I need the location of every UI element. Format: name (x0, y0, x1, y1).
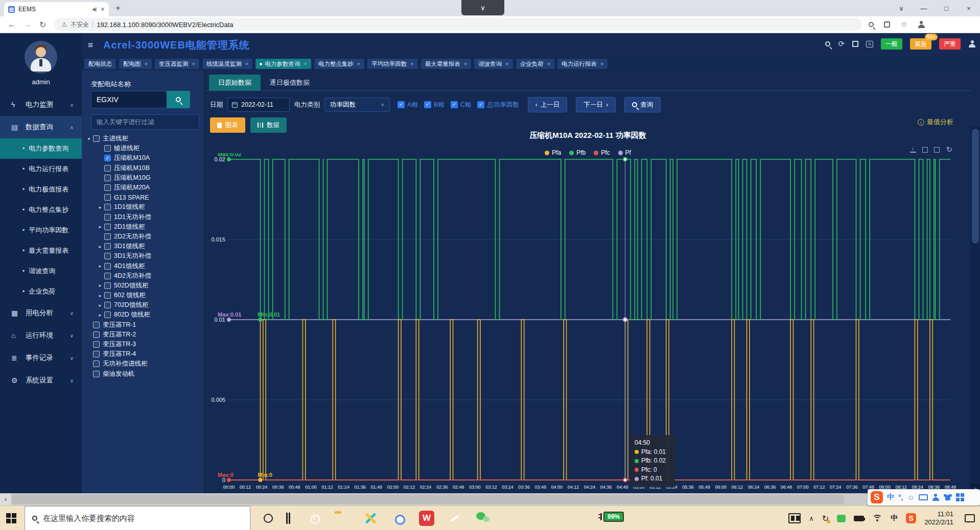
tree-checkbox[interactable]: ✓ (104, 155, 111, 161)
next-day-button[interactable]: 下一日› (576, 97, 616, 112)
network-icon[interactable] (872, 515, 882, 522)
start-button[interactable] (6, 513, 16, 523)
date-picker[interactable]: 2022-02-11 (227, 98, 290, 112)
tab-audio-icon[interactable]: ◀) (92, 7, 97, 12)
tree-node[interactable]: 辅进线柜 (82, 143, 204, 153)
close-tab-icon[interactable]: × (410, 61, 413, 67)
tree-node[interactable]: ▸502D馈线柜 (82, 281, 204, 291)
refresh-icon[interactable]: ⟳ (838, 39, 845, 49)
notification-center-icon[interactable] (965, 514, 975, 522)
max-analysis-link[interactable]: i 最值分析 (918, 117, 953, 127)
page-tab[interactable]: 企业负荷× (516, 59, 554, 69)
wechat-tray-icon[interactable] (837, 515, 846, 522)
tree-node[interactable]: 变压器TR-2 (82, 330, 204, 340)
forward-icon[interactable]: → (24, 20, 32, 29)
alert-normal-button[interactable]: 一般 (881, 38, 902, 50)
sidebar-item[interactable]: •最大需量报表 (0, 240, 82, 261)
tree-node[interactable]: ▸3D1馈线柜 (82, 242, 204, 251)
taskbar-search-box[interactable]: 在这里输入你要搜索的内容 (25, 506, 250, 530)
wps-icon[interactable]: W (419, 511, 434, 526)
vertical-scrollbar[interactable] (971, 127, 980, 493)
expand-arrow-icon[interactable]: ▸ (97, 283, 103, 288)
browser-profile-icon[interactable] (918, 21, 925, 29)
station-search-input[interactable] (91, 91, 167, 108)
horizontal-scrollbar[interactable]: ‹ (0, 493, 980, 505)
fullscreen-icon[interactable] (852, 41, 858, 47)
page-tab[interactable]: 最大需量报表× (421, 59, 471, 69)
sidebar-item[interactable]: •谐波查询 (0, 261, 82, 281)
ime-mode-icon[interactable]: 中 (891, 514, 898, 523)
tree-checkbox[interactable] (104, 145, 111, 152)
sidebar-menu-item[interactable]: ≣事件记录∨ (0, 347, 82, 369)
expand-arrow-icon[interactable]: ▸ (97, 312, 103, 318)
reload-icon[interactable]: ↻ (39, 20, 46, 30)
page-tab[interactable]: 谐波查询× (474, 59, 512, 69)
tree-checkbox[interactable] (93, 341, 100, 348)
tree-checkbox[interactable] (104, 224, 111, 230)
expand-arrow-icon[interactable]: ▸ (97, 244, 103, 249)
tree-filter-input[interactable] (91, 114, 199, 130)
tree-node[interactable]: 压缩机M20A (82, 183, 204, 192)
horizontal-scrollbar-thumb[interactable] (11, 495, 844, 504)
news-widget-icon[interactable] (788, 513, 801, 523)
tree-node[interactable]: ▸702D馈线柜 (82, 300, 204, 310)
close-tab-icon[interactable]: × (505, 61, 508, 67)
tree-node[interactable]: 变压器TR-1 (82, 320, 204, 330)
new-tab-button[interactable]: + (115, 3, 121, 13)
close-tab-icon[interactable]: × (547, 61, 550, 67)
sidebar-menu-item[interactable]: ϟ电力监测∨ (0, 93, 82, 116)
address-field[interactable]: ⚠ 不安全 192.168.1.100:8090/3000WEBV2/Elect… (54, 18, 861, 31)
tree-checkbox[interactable] (93, 331, 100, 338)
tree-node[interactable]: 压缩机M10B (82, 163, 204, 173)
tree-checkbox[interactable] (104, 175, 111, 181)
page-tab[interactable]: 电力参数查询× (255, 59, 311, 69)
ime-chinese-mode-icon[interactable]: 中 (887, 493, 894, 502)
sidebar-item[interactable]: •电力参数查询 (0, 138, 82, 159)
taskbar-clock[interactable]: 11:01 2022/2/11 (924, 510, 953, 526)
phase-checkbox[interactable]: ✓A相 (398, 101, 418, 109)
vertical-scrollbar-thumb[interactable] (972, 129, 979, 244)
tree-node[interactable]: 变压器TR-4 (82, 349, 204, 359)
close-tab-icon[interactable]: × (357, 61, 360, 67)
tree-node[interactable]: ✓压缩机M10A (82, 153, 204, 163)
bookmark-star-icon[interactable]: ☆ (900, 20, 907, 29)
tree-node[interactable]: ▸1D1馈线柜 (82, 202, 204, 212)
tree-checkbox[interactable] (104, 311, 111, 318)
share-icon[interactable] (884, 21, 890, 28)
sidebar-menu-item[interactable]: ⚙系统设置∨ (0, 369, 82, 392)
sidebar-item[interactable]: •电力极值报表 (0, 179, 82, 200)
cortana-icon[interactable] (264, 514, 273, 523)
tree-node[interactable]: 3D1无功补偿 (82, 251, 204, 261)
tree-node[interactable]: 无功补偿进线柜 (82, 359, 204, 369)
tree-checkbox[interactable] (93, 322, 100, 328)
ime-toolbox-icon[interactable] (956, 493, 964, 501)
query-button[interactable]: 查询 (624, 97, 661, 112)
ime-skin-icon[interactable] (944, 494, 952, 500)
tree-checkbox[interactable] (104, 233, 111, 240)
window-chevron-icon[interactable]: ∨ (890, 0, 913, 16)
phase-checkbox[interactable]: ✓B相 (424, 101, 445, 109)
tree-checkbox[interactable] (104, 194, 111, 201)
alert-urgent-button[interactable]: 紧急 99+ (910, 38, 931, 50)
tree-checkbox[interactable] (104, 253, 111, 259)
task-view-icon[interactable] (286, 513, 288, 524)
type-select[interactable]: 功率因数 ∨ (324, 98, 390, 112)
tree-checkbox[interactable] (104, 282, 111, 289)
phase-checkbox[interactable]: ✓C相 (451, 101, 472, 109)
page-tab[interactable]: 变压器监测× (155, 59, 199, 69)
sogou-tray-icon[interactable]: S (906, 513, 916, 523)
battery-tray-icon[interactable] (854, 516, 864, 521)
translate-icon[interactable]: A (866, 41, 873, 47)
battery-status[interactable]: 99% (597, 512, 624, 522)
tree-checkbox[interactable] (104, 204, 111, 210)
browser-tab[interactable]: EEMS ◀) × (4, 2, 109, 16)
sidebar-item[interactable]: •电力运行报表 (0, 159, 82, 179)
alert-severe-button[interactable]: 严重 (939, 38, 961, 50)
tree-node[interactable]: ▸2D1馈线柜 (82, 222, 204, 232)
close-tab-icon[interactable]: × (192, 61, 195, 67)
close-tab-icon[interactable]: × (304, 61, 307, 67)
expand-arrow-icon[interactable]: ▸ (97, 224, 103, 229)
tree-checkbox[interactable] (104, 165, 111, 172)
hidden-icons-chevron[interactable]: ∧ (809, 515, 814, 522)
data-subtab[interactable]: 日原始数据 (209, 75, 261, 91)
